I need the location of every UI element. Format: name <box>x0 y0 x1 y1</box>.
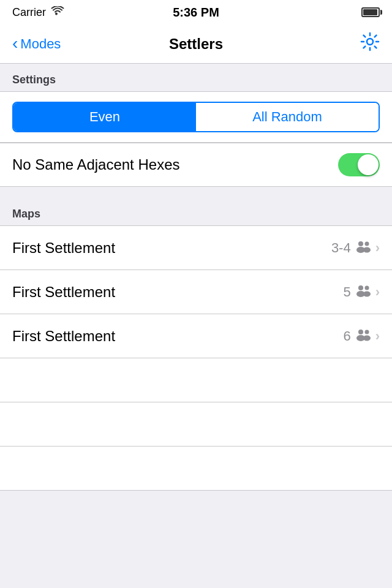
battery-icon <box>361 7 380 17</box>
map-item-count-2: 5 <box>343 284 350 300</box>
people-icon-1 <box>355 239 372 257</box>
back-label: Modes <box>20 36 61 52</box>
svg-point-5 <box>358 285 363 290</box>
map-item-3-4[interactable]: First Settlement 3-4 › <box>0 226 392 270</box>
chevron-icon-1: › <box>375 240 380 256</box>
segment-all-random[interactable]: All Random <box>196 103 379 131</box>
map-item-5[interactable]: First Settlement 5 › <box>0 270 392 314</box>
settings-section-header: Settings <box>0 64 392 91</box>
svg-point-1 <box>358 241 363 246</box>
status-right <box>361 7 380 17</box>
map-item-label-1: First Settlement <box>12 239 115 257</box>
carrier-label: Carrier <box>12 6 46 19</box>
segmented-control: Even All Random <box>12 102 380 132</box>
segment-even[interactable]: Even <box>13 103 196 131</box>
empty-row-2 <box>0 402 392 447</box>
back-button[interactable]: ‹ Modes <box>12 36 61 52</box>
chevron-icon-2: › <box>375 284 380 300</box>
status-left: Carrier <box>12 6 64 19</box>
people-icon-3 <box>355 328 372 345</box>
back-chevron-icon: ‹ <box>12 35 18 52</box>
page-title: Settlers <box>169 36 223 53</box>
svg-point-3 <box>364 241 369 246</box>
maps-section-header: Maps <box>0 199 392 225</box>
map-item-right-3: 6 › <box>343 328 380 345</box>
people-icon-2 <box>355 284 372 301</box>
map-item-count-1: 3-4 <box>331 240 351 256</box>
toggle-switch[interactable] <box>338 153 380 176</box>
empty-row-3 <box>0 447 392 491</box>
segmented-container: Even All Random <box>0 91 392 143</box>
status-bar: Carrier 5:36 PM <box>0 0 392 24</box>
map-item-6[interactable]: First Settlement 6 › <box>0 314 392 358</box>
map-item-label-2: First Settlement <box>12 284 115 301</box>
status-time: 5:36 PM <box>173 6 219 20</box>
svg-point-0 <box>367 39 373 45</box>
toggle-knob <box>358 154 379 175</box>
toggle-label: No Same Adjacent Hexes <box>12 156 179 173</box>
map-item-count-3: 6 <box>343 328 350 344</box>
wifi-icon <box>51 6 64 19</box>
chevron-icon-3: › <box>375 328 380 344</box>
empty-rows <box>0 358 392 491</box>
spacer-1 <box>0 187 392 199</box>
nav-bar: ‹ Modes Settlers <box>0 24 392 64</box>
no-same-adjacent-toggle-row: No Same Adjacent Hexes <box>0 143 392 187</box>
map-item-label-3: First Settlement <box>12 328 115 345</box>
empty-row-1 <box>0 358 392 402</box>
svg-point-8 <box>363 291 371 296</box>
maps-list: First Settlement 3-4 › First Settlement … <box>0 225 392 358</box>
svg-point-7 <box>364 285 369 290</box>
svg-point-9 <box>358 330 363 334</box>
map-item-right-1: 3-4 › <box>331 239 380 257</box>
svg-point-12 <box>363 335 371 341</box>
svg-point-4 <box>363 247 371 252</box>
gear-icon[interactable] <box>360 32 380 56</box>
map-item-right-2: 5 › <box>343 284 380 301</box>
svg-point-11 <box>364 330 369 334</box>
